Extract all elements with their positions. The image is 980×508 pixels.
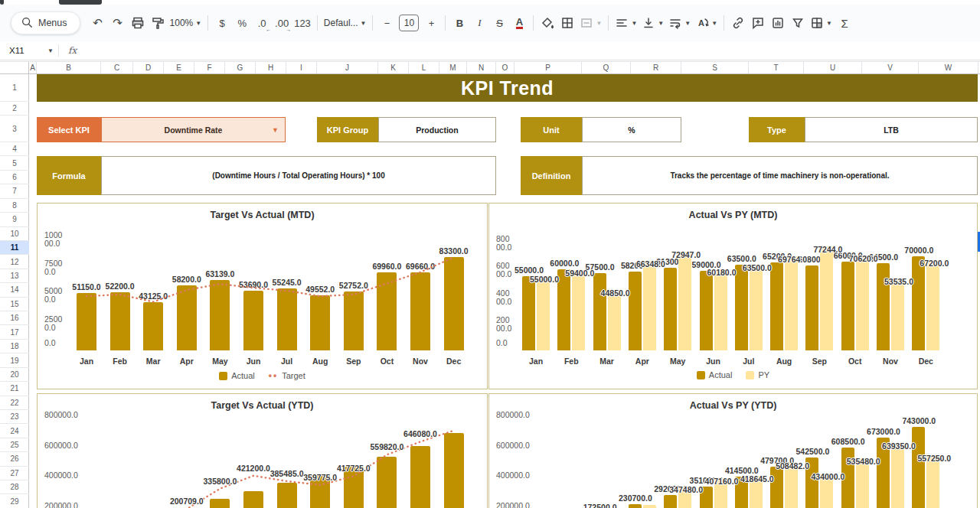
filter-button[interactable]: [788, 12, 808, 34]
row-number-10[interactable]: 10: [0, 227, 29, 241]
column-header-W[interactable]: W: [919, 62, 978, 73]
row-number-15[interactable]: 15: [0, 298, 29, 311]
zoom-select[interactable]: 100%▼: [168, 12, 204, 34]
row-number-26[interactable]: 26: [0, 452, 29, 466]
strikethrough-button[interactable]: S: [489, 12, 509, 34]
row-number-29[interactable]: 29: [0, 495, 29, 508]
column-header-G[interactable]: G: [225, 62, 256, 73]
chart-target-vs-actual-ytd-[interactable]: Target Vs Actual (YTD)800000.0600000.040…: [37, 393, 488, 508]
row-number-17[interactable]: 17: [0, 325, 29, 339]
column-header-T[interactable]: T: [749, 62, 804, 73]
type-value[interactable]: LTB: [805, 117, 978, 142]
insert-comment-button[interactable]: [748, 12, 768, 34]
more-formats-button[interactable]: 123: [292, 12, 313, 34]
row-number-2[interactable]: 2: [0, 102, 29, 116]
name-box[interactable]: X11 ▼: [0, 46, 58, 55]
table-button[interactable]: ▼: [808, 12, 835, 34]
paint-format-button[interactable]: [148, 12, 168, 34]
row-number-20[interactable]: 20: [0, 368, 29, 382]
insert-chart-button[interactable]: [768, 12, 788, 34]
italic-button[interactable]: I: [469, 12, 489, 34]
column-header-D[interactable]: D: [133, 62, 164, 73]
borders-button[interactable]: [557, 12, 577, 34]
column-header-I[interactable]: I: [286, 62, 317, 73]
row-number-4[interactable]: 4: [0, 142, 29, 156]
data-label: 608500.0: [825, 437, 871, 446]
row-number-16[interactable]: 16: [0, 311, 29, 325]
unit-value[interactable]: %: [582, 117, 681, 142]
column-header-F[interactable]: F: [194, 62, 225, 73]
fx-icon[interactable]: fx: [68, 45, 77, 56]
column-header-Q[interactable]: Q: [582, 62, 631, 73]
column-header-J[interactable]: J: [317, 62, 378, 73]
row-number-28[interactable]: 28: [0, 480, 29, 494]
fill-color-button[interactable]: [537, 12, 557, 34]
functions-button[interactable]: Σ: [835, 12, 854, 34]
chart-target-vs-actual-mtd-[interactable]: Target Vs Actual (MTD)1000 00.07500 0.05…: [37, 203, 488, 389]
text-wrap-button[interactable]: ▼: [666, 12, 693, 34]
row-number-25[interactable]: 25: [0, 438, 29, 452]
column-header-A[interactable]: A: [29, 62, 37, 73]
formula-value[interactable]: (Downtime Hours / Total Operating Hours)…: [101, 156, 496, 195]
increase-decimal-button[interactable]: .00→: [272, 12, 292, 34]
vertical-align-button[interactable]: ▼: [639, 12, 666, 34]
data-label: 542500.0: [789, 447, 835, 456]
row-number-11[interactable]: 11: [0, 241, 29, 255]
row-number-1[interactable]: 1: [0, 74, 29, 102]
font-select[interactable]: Defaul...▼: [322, 12, 369, 34]
bold-button[interactable]: B: [449, 12, 469, 34]
redo-button[interactable]: ↷: [108, 12, 128, 34]
column-header-E[interactable]: E: [164, 62, 194, 73]
font-size-input[interactable]: 10: [397, 12, 421, 34]
row-number-8[interactable]: 8: [0, 199, 29, 213]
row-number-19[interactable]: 19: [0, 353, 29, 367]
font-size-increase-button[interactable]: +: [421, 12, 441, 34]
menus-pill[interactable]: Menus: [11, 11, 80, 34]
column-header-U[interactable]: U: [804, 62, 862, 73]
column-header-M[interactable]: M: [439, 62, 467, 73]
chart-actual-vs-py-mtd-[interactable]: Actual Vs PY (MTD)800 00.0600 00.0400 00…: [488, 203, 978, 389]
row-number-9[interactable]: 9: [0, 213, 29, 226]
column-header-R[interactable]: R: [631, 62, 681, 73]
row-number-12[interactable]: 12: [0, 255, 29, 269]
font-size-decrease-button[interactable]: −: [377, 12, 397, 34]
column-header-K[interactable]: K: [378, 62, 409, 73]
column-header-V[interactable]: V: [862, 62, 919, 73]
format-percent-button[interactable]: %: [232, 12, 252, 34]
row-number-5[interactable]: 5: [0, 156, 29, 170]
row-number-24[interactable]: 24: [0, 424, 29, 438]
insert-link-button[interactable]: [728, 12, 748, 34]
row-number-22[interactable]: 22: [0, 396, 29, 410]
column-header-O[interactable]: O: [496, 62, 514, 73]
column-header-L[interactable]: L: [409, 62, 439, 73]
row-number-14[interactable]: 14: [0, 283, 29, 297]
row-number-21[interactable]: 21: [0, 382, 29, 396]
decrease-decimal-button[interactable]: .0←: [252, 12, 272, 34]
row-number-18[interactable]: 18: [0, 340, 29, 353]
y-axis-tick: 400000.0: [44, 471, 78, 480]
column-header-B[interactable]: B: [37, 62, 101, 73]
column-header-N[interactable]: N: [467, 62, 496, 73]
text-rotate-button[interactable]: A▼: [693, 12, 720, 34]
column-header-C[interactable]: C: [101, 62, 133, 73]
definition-label: Definition: [521, 156, 582, 195]
column-header-H[interactable]: H: [256, 62, 286, 73]
format-currency-button[interactable]: $: [212, 12, 232, 34]
row-number-23[interactable]: 23: [0, 410, 29, 424]
chart-actual-vs-py-ytd-[interactable]: Actual Vs PY (YTD)800000.0600000.0400000…: [488, 393, 978, 508]
row-number-7[interactable]: 7: [0, 184, 29, 198]
undo-button[interactable]: ↶: [88, 12, 108, 34]
print-button[interactable]: [128, 12, 148, 34]
definition-value[interactable]: Tracks the percentage of time machinery …: [582, 156, 978, 195]
kpi-dropdown[interactable]: Downtime Rate ▼: [101, 117, 286, 142]
text-color-button[interactable]: A: [509, 12, 529, 34]
row-number-6[interactable]: 6: [0, 171, 29, 184]
horizontal-align-button[interactable]: ▼: [612, 12, 639, 34]
kpi-group-value[interactable]: Production: [378, 117, 496, 142]
row-number-13[interactable]: 13: [0, 269, 29, 283]
row-number-27[interactable]: 27: [0, 467, 29, 480]
select-all-corner[interactable]: [0, 62, 29, 73]
column-header-P[interactable]: P: [514, 62, 582, 73]
row-number-3[interactable]: 3: [0, 116, 29, 142]
column-header-S[interactable]: S: [681, 62, 749, 73]
